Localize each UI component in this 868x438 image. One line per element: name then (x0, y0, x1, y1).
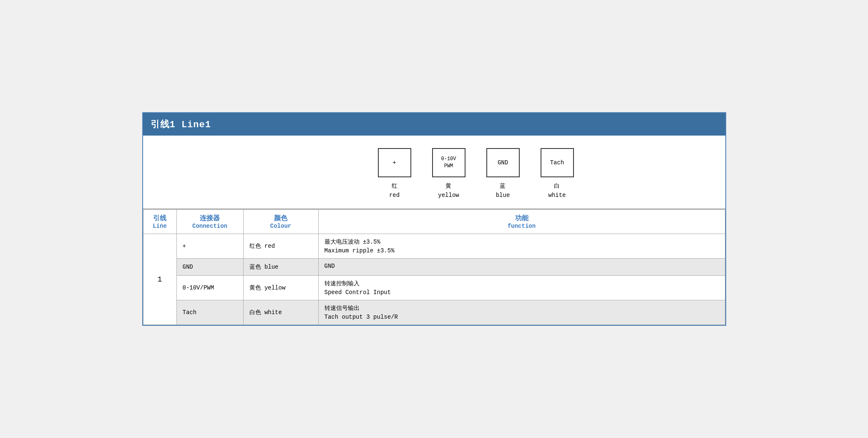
th-line: 引线 Line (143, 209, 176, 234)
header-title: 引线1 Line1 (151, 120, 211, 130)
th-line-en: Line (149, 223, 171, 229)
th-connection-en: Connection (183, 223, 237, 229)
connector-gnd: GND 蓝 blue (486, 148, 520, 200)
connector-box-gnd: GND (486, 148, 520, 177)
function-chinese: 最大电压波动 ±3.5% (325, 238, 719, 246)
function-english: Maximum ripple ±3.5% (325, 247, 719, 254)
table-row: GND蓝色 blueGND (143, 259, 725, 276)
connector-label-pwm: 黄 yellow (438, 181, 459, 200)
function-chinese: 转速信号输出 (325, 305, 719, 312)
th-connection-cn: 连接器 (183, 214, 237, 223)
connector-box-pwm: 0-10VPWM (432, 148, 465, 177)
cell-function: 转速控制输入Speed Control Input (318, 276, 725, 300)
cell-connection: GND (176, 259, 243, 276)
diagram-section: + 红 red 0-10VPWM 黄 yellow GND 蓝 blue (143, 136, 725, 209)
th-line-cn: 引线 (149, 214, 171, 223)
cell-connection: Tach (176, 300, 243, 325)
table-section: 引线 Line 连接器 Connection 颜色 Colour 功能 func… (143, 209, 725, 325)
cell-connection: + (176, 234, 243, 259)
connector-chinese-plus: 红 (389, 181, 400, 191)
function-chinese: GND (325, 263, 719, 269)
function-english: Speed Control Input (325, 289, 719, 296)
th-connection: 连接器 Connection (176, 209, 243, 234)
connector-english-plus: red (389, 191, 400, 200)
cell-function: 最大电压波动 ±3.5%Maximum ripple ±3.5% (318, 234, 725, 259)
th-function-en: function (325, 223, 719, 229)
th-function-cn: 功能 (325, 214, 719, 223)
th-colour-en: Colour (249, 223, 312, 229)
main-table: 引线 Line 连接器 Connection 颜色 Colour 功能 func… (143, 209, 725, 325)
connector-english-gnd: blue (496, 191, 510, 200)
cell-function: 转速信号输出Tach output 3 pulse/R (318, 300, 725, 325)
function-chinese: 转速控制输入 (325, 280, 719, 287)
table-row: 1+红色 red最大电压波动 ±3.5%Maximum ripple ±3.5% (143, 234, 725, 259)
connector-tach: Tach 白 white (541, 148, 574, 200)
connector-label-plus: 红 red (389, 181, 400, 200)
connector-label-tach: 白 white (548, 181, 566, 200)
cell-colour: 黄色 yellow (243, 276, 318, 300)
connector-label-gnd: 蓝 blue (496, 181, 510, 200)
function-english: Tach output 3 pulse/R (325, 314, 719, 320)
connector-pwm: 0-10VPWM 黄 yellow (432, 148, 465, 200)
connector-english-tach: white (548, 191, 566, 200)
connector-plus: + 红 red (378, 148, 411, 200)
connector-english-pwm: yellow (438, 191, 459, 200)
th-colour-cn: 颜色 (249, 214, 312, 223)
th-function: 功能 function (318, 209, 725, 234)
cell-function: GND (318, 259, 725, 276)
table-row: 0-10V/PWM黄色 yellow转速控制输入Speed Control In… (143, 276, 725, 300)
connector-box-tach: Tach (541, 148, 574, 177)
connector-chinese-pwm: 黄 (438, 181, 459, 191)
diagram-inner: + 红 red 0-10VPWM 黄 yellow GND 蓝 blue (378, 148, 574, 200)
connector-chinese-gnd: 蓝 (496, 181, 510, 191)
cell-colour: 红色 red (243, 234, 318, 259)
connector-chinese-tach: 白 (548, 181, 566, 191)
cell-connection: 0-10V/PWM (176, 276, 243, 300)
cell-colour: 白色 white (243, 300, 318, 325)
main-container: 引线1 Line1 + 红 red 0-10VPWM 黄 yellow (142, 112, 726, 326)
th-colour: 颜色 Colour (243, 209, 318, 234)
cell-line-number: 1 (143, 234, 176, 325)
connector-box-plus: + (378, 148, 411, 177)
table-row: Tach白色 white转速信号输出Tach output 3 pulse/R (143, 300, 725, 325)
page-header: 引线1 Line1 (143, 113, 725, 136)
cell-colour: 蓝色 blue (243, 259, 318, 276)
